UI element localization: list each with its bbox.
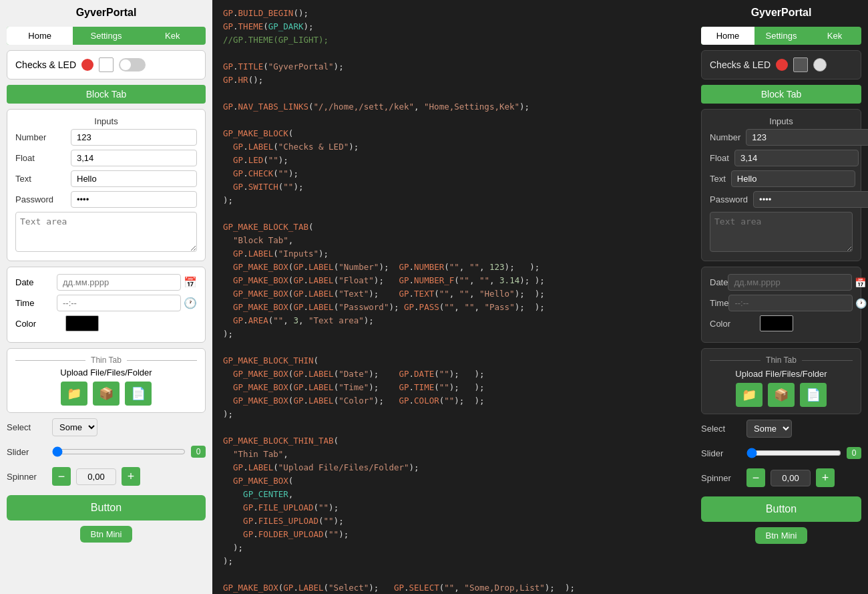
right-password-row: Password (710, 191, 853, 208)
color-box[interactable] (65, 315, 99, 331)
spinner-label: Spinner (7, 472, 47, 482)
thin-tab-divider-right (127, 360, 197, 361)
right-color-row: Color (710, 315, 853, 331)
right-float-row: Float (710, 150, 853, 166)
right-led-white-sq-icon (793, 57, 808, 72)
right-thin-card: Date 📅 Time 🕐 Color (701, 267, 861, 343)
slider-value: 0 (191, 446, 206, 458)
right-time-input[interactable] (728, 295, 853, 311)
right-password-input[interactable] (753, 191, 868, 208)
right-inputs-label: Inputs (710, 116, 853, 126)
spinner-minus-button[interactable]: − (52, 467, 71, 486)
right-files-upload-button[interactable]: 📦 (768, 383, 795, 407)
float-row: Float (15, 150, 197, 166)
right-clock-icon: 🕐 (855, 298, 867, 309)
right-textarea-input[interactable] (710, 212, 853, 252)
color-label: Color (15, 319, 65, 329)
text-input[interactable] (71, 170, 197, 187)
right-panel: GyverPortal Home Settings Kek Checks & L… (694, 0, 868, 594)
right-float-label: Float (710, 153, 729, 163)
spinner-value: 0,00 (76, 468, 116, 485)
clock-icon: 🕐 (184, 297, 197, 309)
number-input[interactable] (71, 129, 197, 146)
right-nav: Home Settings Kek (701, 27, 861, 45)
right-nav-kek[interactable]: Kek (808, 27, 861, 45)
right-title: GyverPortal (751, 7, 812, 19)
right-folder-upload-button[interactable]: 📄 (800, 383, 827, 407)
time-input[interactable] (57, 295, 181, 311)
number-row: Number (15, 129, 197, 146)
right-select-row: Select SomeDropList (701, 420, 861, 438)
right-thin-tab-title-row: Thin Tab (710, 355, 853, 365)
select-input[interactable]: SomeDropList (52, 418, 97, 436)
toggle-switch[interactable] (119, 58, 146, 71)
right-number-row: Number (710, 129, 853, 146)
left-nav-kek[interactable]: Kek (140, 27, 206, 45)
checks-led-card: Checks & LED (7, 50, 206, 80)
right-number-input[interactable] (746, 129, 868, 146)
right-spinner-minus-button[interactable]: − (746, 468, 765, 487)
folder-upload-button[interactable]: 📄 (125, 382, 152, 406)
left-nav-home[interactable]: Home (7, 27, 73, 45)
slider-input[interactable] (52, 446, 186, 457)
right-select-input[interactable]: SomeDropList (746, 420, 792, 438)
files-upload-button[interactable]: 📦 (93, 382, 120, 406)
right-mini-button[interactable]: Btn Mini (755, 527, 808, 544)
right-color-box[interactable] (760, 315, 793, 331)
right-led-red-icon (776, 59, 788, 71)
slider-label: Slider (7, 447, 47, 457)
right-slider-input[interactable] (746, 448, 841, 458)
thin-card: Date 📅 Time 🕐 Color (7, 267, 206, 343)
right-number-label: Number (710, 132, 740, 142)
float-input[interactable] (71, 150, 197, 166)
time-label: Time (15, 298, 57, 308)
right-main-button[interactable]: Button (701, 496, 861, 522)
right-spinner-value: 0,00 (771, 470, 811, 486)
right-upload-label: Upload File/Files/Folder (710, 369, 853, 379)
led-red-icon (81, 59, 93, 71)
right-nav-settings[interactable]: Settings (754, 27, 808, 45)
spinner-plus-button[interactable]: + (122, 467, 140, 486)
right-date-label: Date (710, 277, 728, 287)
right-text-label: Text (710, 174, 726, 184)
color-input-wrapper (65, 315, 99, 331)
file-upload-button[interactable]: 📁 (61, 382, 87, 406)
right-file-upload-button[interactable]: 📁 (736, 383, 763, 407)
right-checks-led-label: Checks & LED (710, 59, 771, 70)
mini-button[interactable]: Btn Mini (80, 526, 133, 543)
right-select-label: Select (701, 424, 741, 434)
left-panel: GyverPortal Home Settings Kek Checks & L… (0, 0, 212, 594)
calendar-icon: 📅 (184, 276, 197, 289)
thin-tab-divider-left (15, 360, 85, 361)
right-nav-home[interactable]: Home (701, 27, 754, 45)
left-nav: Home Settings Kek (7, 27, 206, 45)
right-time-label: Time (710, 298, 728, 308)
left-nav-settings[interactable]: Settings (73, 27, 139, 45)
date-input[interactable] (57, 274, 181, 291)
color-row: Color (15, 315, 197, 331)
upload-label: Upload File/Files/Folder (15, 367, 197, 378)
float-label: Float (15, 153, 65, 163)
upload-buttons: 📁 📦 📄 (15, 382, 197, 406)
text-row: Text (15, 170, 197, 187)
right-slider-value: 0 (847, 447, 861, 459)
main-button[interactable]: Button (7, 495, 206, 521)
code-panel: GP.BUILD_BEGIN(); GP.THEME(GP_DARK); //G… (212, 0, 694, 594)
right-spinner-row: Spinner − 0,00 + (701, 468, 861, 487)
right-checks-led-card: Checks & LED (701, 50, 861, 80)
right-date-row: Date 📅 (710, 274, 853, 291)
right-text-input[interactable] (731, 170, 855, 187)
right-slider-label: Slider (701, 448, 741, 458)
slider-row: Slider 0 (7, 446, 206, 458)
textarea-input[interactable] (15, 212, 197, 252)
right-checks-led-row: Checks & LED (710, 57, 853, 72)
right-spinner-label: Spinner (701, 473, 741, 483)
password-input[interactable] (71, 191, 197, 208)
right-calendar-icon: 📅 (855, 277, 866, 288)
right-float-input[interactable] (734, 150, 859, 166)
inputs-label: Inputs (15, 116, 197, 126)
right-spinner-plus-button[interactable]: + (816, 468, 835, 487)
right-date-input[interactable] (728, 274, 852, 291)
number-label: Number (15, 132, 65, 142)
right-time-row: Time 🕐 (710, 295, 853, 311)
